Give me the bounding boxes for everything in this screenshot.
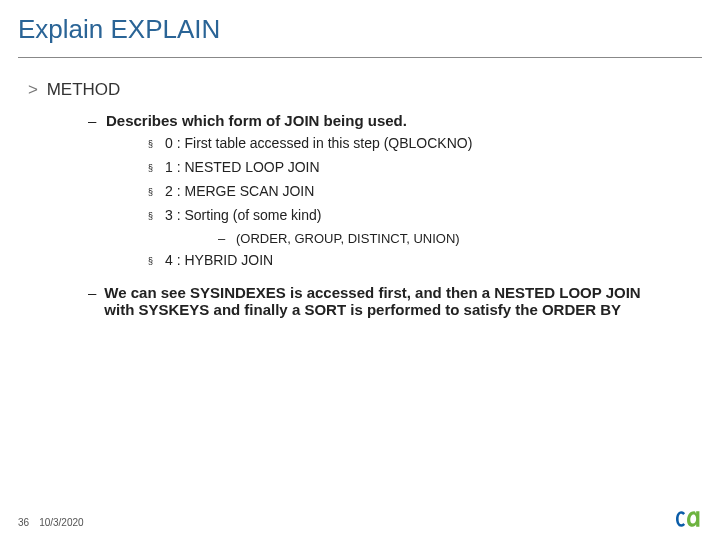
sub-note-text: (ORDER, GROUP, DISTINCT, UNION) [236,231,460,246]
section-heading: > METHOD [28,80,692,100]
bullet-marker: § [148,159,153,177]
list-item-text: 4 : HYBRID JOIN [165,252,273,270]
ca-logo-icon [676,508,702,530]
list-item: § 1 : NESTED LOOP JOIN [148,159,692,177]
section-name: METHOD [47,80,121,99]
list-item: § 2 : MERGE SCAN JOIN [148,183,692,201]
slide-date: 10/3/2020 [39,517,84,528]
list-item-text: 3 : Sorting (of some kind) [165,207,321,225]
bullet-marker: § [148,207,153,225]
slide-content: > METHOD – Describes which form of JOIN … [0,58,720,318]
summary-text: We can see SYSINDEXES is accessed first,… [104,284,644,318]
slide-footer: 36 10/3/2020 [18,517,84,528]
dash-marker: – [218,231,226,246]
list-item: § 3 : Sorting (of some kind) [148,207,692,225]
page-number: 36 [18,517,29,528]
dash-marker: – [88,112,98,129]
angle-icon: > [28,80,38,99]
list-item: § 4 : HYBRID JOIN [148,252,692,270]
list-item: § 0 : First table accessed in this step … [148,135,692,153]
dash-marker: – [88,284,96,318]
description-line: – Describes which form of JOIN being use… [88,112,692,129]
list-item-text: 2 : MERGE SCAN JOIN [165,183,314,201]
bullet-marker: § [148,183,153,201]
list-item-text: 0 : First table accessed in this step (Q… [165,135,472,153]
summary-block: – We can see SYSINDEXES is accessed firs… [88,284,692,318]
list-item-text: 1 : NESTED LOOP JOIN [165,159,320,177]
description-text: Describes which form of JOIN being used. [106,112,407,129]
bullet-marker: § [148,252,153,270]
sub-note: – (ORDER, GROUP, DISTINCT, UNION) [218,231,692,246]
slide-header: Explain EXPLAIN [0,0,720,53]
bullet-marker: § [148,135,153,153]
slide-title: Explain EXPLAIN [18,14,702,45]
